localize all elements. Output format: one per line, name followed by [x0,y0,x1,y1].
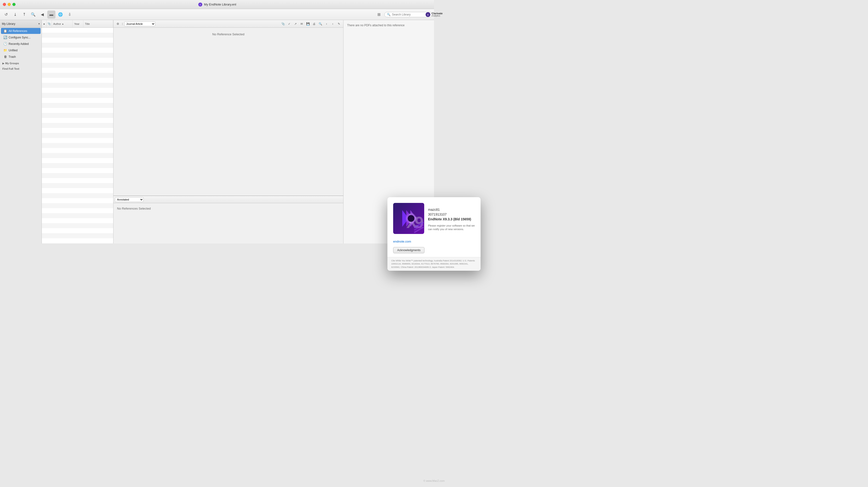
about-info: mazc81 3071913107 EndNote X9.3.3 (Bld 15… [428,203,434,231]
about-version: EndNote X9.3.3 (Bld 15659) [428,217,434,221]
about-username: mazc81 [428,208,434,212]
about-dialog-overlay: EndNote X 9 [0,0,434,244]
about-serial: 3071913107 [428,213,434,216]
about-website-link[interactable]: endnote.com [388,240,434,244]
about-main-content: EndNote X 9 [388,197,434,240]
endnote-x9-logo: EndNote X 9 [393,203,424,234]
svg-point-12 [408,215,414,222]
about-notice: Please register your software so that we… [428,224,434,231]
about-dialog: EndNote X 9 [388,197,434,244]
endnote-logo-container: EndNote X 9 [393,203,424,234]
